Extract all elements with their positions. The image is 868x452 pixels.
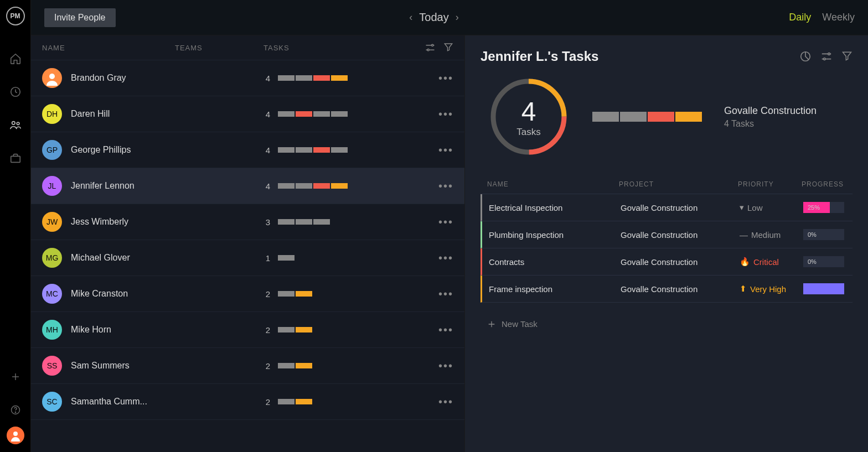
- task-bars: [278, 255, 294, 261]
- briefcase-icon[interactable]: [9, 152, 22, 165]
- people-panel: NAME TEAMS TASKS Brandon Gray 4: [31, 35, 465, 452]
- help-icon[interactable]: [9, 403, 22, 417]
- person-row[interactable]: MG Michael Glover 1 •••: [31, 240, 464, 276]
- task-project: Govalle Construction: [621, 203, 740, 212]
- nav-rail: PM: [0, 0, 31, 452]
- avatar: SS: [42, 356, 62, 376]
- priority-icon: 🔥: [740, 257, 750, 267]
- svg-point-9: [49, 74, 55, 79]
- ring-label: Tasks: [516, 127, 540, 138]
- task-count: 4: [264, 146, 270, 155]
- svg-point-1: [12, 122, 14, 125]
- task-count: 2: [264, 361, 270, 371]
- header-teams: TEAMS: [175, 44, 264, 52]
- header-priority: PRIORITY: [738, 180, 802, 188]
- task-name: Electrical Inspection: [482, 203, 621, 212]
- clock-icon[interactable]: [9, 85, 22, 98]
- row-menu-icon[interactable]: •••: [431, 396, 453, 408]
- plus-icon[interactable]: [9, 370, 22, 383]
- row-menu-icon[interactable]: •••: [431, 288, 453, 300]
- svg-point-8: [427, 49, 429, 51]
- row-menu-icon[interactable]: •••: [431, 216, 453, 228]
- row-menu-icon[interactable]: •••: [431, 324, 453, 336]
- row-menu-icon[interactable]: •••: [431, 360, 453, 372]
- next-day-button[interactable]: ›: [456, 12, 459, 23]
- summary-bar: [620, 112, 647, 122]
- task-project: Govalle Construction: [621, 257, 740, 267]
- person-row[interactable]: GP George Phillips 4 •••: [31, 132, 464, 168]
- header-project: PROJECT: [619, 180, 738, 188]
- header-tasks: TASKS: [264, 44, 409, 52]
- prev-day-button[interactable]: ‹: [409, 12, 412, 23]
- sliders-icon[interactable]: [820, 50, 833, 63]
- person-row[interactable]: Brandon Gray 4 •••: [31, 60, 464, 96]
- task-progress: 0%: [803, 229, 852, 240]
- avatar: MG: [42, 248, 62, 268]
- task-row[interactable]: Plumbing Inspection Govalle Construction…: [480, 221, 852, 248]
- task-bars: [278, 291, 312, 297]
- task-bars: [278, 147, 348, 153]
- filter-icon[interactable]: [841, 50, 852, 63]
- sliders-icon[interactable]: [425, 42, 436, 53]
- avatar: JW: [42, 212, 62, 232]
- summary-bar: [675, 112, 702, 122]
- header-progress: PROGRESS: [802, 180, 852, 188]
- svg-point-12: [824, 58, 826, 60]
- person-row[interactable]: SS Sam Summers 2 •••: [31, 348, 464, 384]
- person-name: Mike Cranston: [71, 289, 175, 299]
- row-menu-icon[interactable]: •••: [431, 180, 453, 193]
- weekly-toggle[interactable]: Weekly: [822, 12, 855, 23]
- task-name: Frame inspection: [482, 284, 621, 294]
- row-menu-icon[interactable]: •••: [431, 144, 453, 157]
- task-row[interactable]: Electrical Inspection Govalle Constructi…: [480, 194, 852, 221]
- task-count: 3: [264, 217, 270, 227]
- detail-title: Jennifer L.'s Tasks: [480, 49, 598, 64]
- chart-icon[interactable]: [799, 50, 812, 63]
- task-count: 1: [264, 253, 270, 263]
- daily-toggle[interactable]: Daily: [789, 12, 811, 23]
- app-logo: PM: [6, 7, 25, 25]
- summary-bars: [592, 112, 702, 122]
- user-avatar[interactable]: [7, 427, 24, 444]
- task-row[interactable]: Frame inspection Govalle Construction ⬆ …: [480, 276, 852, 303]
- priority-icon: ▾: [740, 202, 744, 212]
- person-row[interactable]: MC Mike Cranston 2 •••: [31, 276, 464, 312]
- new-task-label: New Task: [502, 319, 538, 329]
- person-name: Sam Summers: [71, 361, 175, 371]
- svg-point-5: [15, 412, 16, 413]
- task-count: 2: [264, 289, 270, 299]
- row-menu-icon[interactable]: •••: [431, 252, 453, 264]
- person-name: Mike Horn: [71, 325, 175, 335]
- header-name: NAME: [42, 44, 175, 52]
- person-tasks: 2: [264, 397, 431, 407]
- new-task-button[interactable]: New Task: [480, 303, 852, 345]
- person-tasks: 4: [264, 146, 431, 155]
- invite-people-button[interactable]: Invite People: [44, 8, 116, 27]
- summary-bar: [592, 112, 619, 122]
- person-tasks: 2: [264, 289, 431, 299]
- task-count: 4: [264, 110, 270, 119]
- task-count: 4: [264, 181, 270, 191]
- row-menu-icon[interactable]: •••: [431, 108, 453, 121]
- people-icon[interactable]: [9, 118, 22, 132]
- person-row[interactable]: SC Samantha Cumm... 2 •••: [31, 384, 464, 420]
- person-row[interactable]: JL Jennifer Lennon 4 •••: [31, 168, 464, 204]
- svg-point-11: [828, 53, 830, 55]
- person-tasks: 2: [264, 325, 431, 335]
- ring-count: 4: [521, 96, 536, 127]
- person-name: Jennifer Lennon: [71, 181, 175, 191]
- task-row[interactable]: Contracts Govalle Construction 🔥 Critica…: [480, 248, 852, 276]
- person-row[interactable]: DH Daren Hill 4 •••: [31, 96, 464, 132]
- svg-rect-3: [11, 156, 20, 162]
- person-row[interactable]: JW Jess Wimberly 3 •••: [31, 204, 464, 240]
- home-icon[interactable]: [9, 52, 22, 65]
- avatar: MC: [42, 284, 62, 304]
- task-bars: [278, 327, 312, 332]
- person-name: Samantha Cumm...: [71, 397, 175, 407]
- filter-icon[interactable]: [443, 42, 453, 53]
- task-project: Govalle Construction: [621, 284, 740, 294]
- person-row[interactable]: MH Mike Horn 2 •••: [31, 312, 464, 348]
- task-bars: [278, 219, 330, 225]
- avatar: DH: [42, 104, 62, 124]
- row-menu-icon[interactable]: •••: [431, 72, 453, 85]
